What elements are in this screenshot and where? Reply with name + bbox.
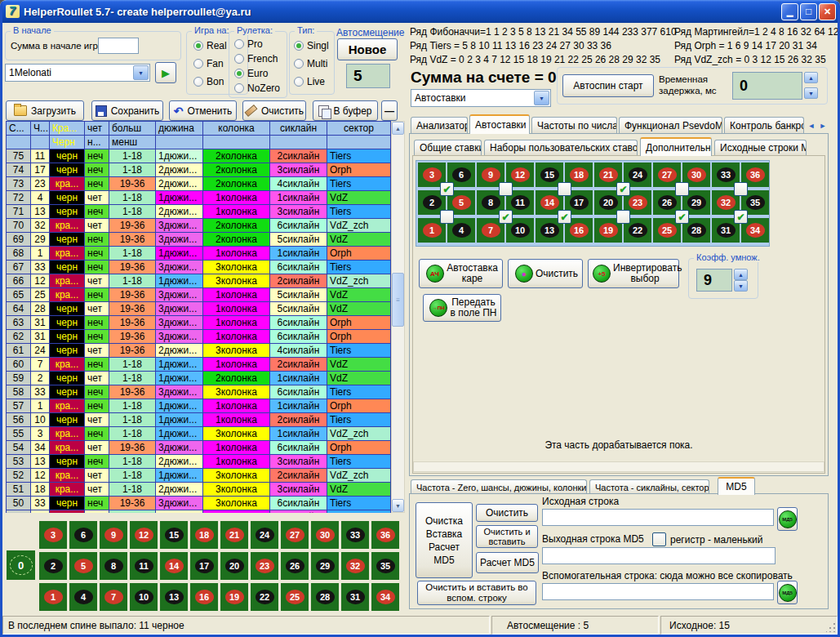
table-cell[interactable]: 68 <box>7 247 31 261</box>
table-cell[interactable]: 3колонка <box>203 497 270 510</box>
to-buffer-button[interactable]: В буфер <box>313 100 378 121</box>
board-cell-26[interactable]: 26 <box>281 552 309 580</box>
table-cell[interactable]: 28 <box>31 302 50 316</box>
table-cell[interactable]: Tiers <box>327 497 391 510</box>
table-cell[interactable]: черн <box>50 163 85 177</box>
table-row[interactable]: 5434кра...чет19-363дюжи...1колонка6сикла… <box>7 441 391 455</box>
autospin-start-button[interactable]: Автоспин старт <box>562 74 654 97</box>
table-row[interactable]: 6929черннеч19-363дюжи...2колонка5сиклайн… <box>7 233 391 247</box>
board-checkbox[interactable] <box>675 210 689 224</box>
table-cell[interactable]: VdZ <box>327 372 391 385</box>
board-cell-30[interactable]: 30 <box>311 521 339 549</box>
board-cell-16[interactable]: 16 <box>190 583 218 611</box>
table-cell[interactable]: 1-18 <box>109 510 156 513</box>
table-cell[interactable]: 6сиклайн <box>270 385 327 399</box>
delay-spin-down-icon[interactable] <box>804 87 818 99</box>
table-cell[interactable]: 24 <box>31 344 50 358</box>
table-cell[interactable]: 3дюжи... <box>156 316 203 330</box>
table-cell[interactable]: 3колонка <box>203 261 270 274</box>
table-row[interactable]: 5610чернчет1-181дюжи...1колонка2сиклайнT… <box>7 413 391 427</box>
table-cell[interactable]: 69 <box>7 233 31 247</box>
table-cell[interactable]: 6сиклайн <box>270 219 327 233</box>
table-cell[interactable]: 12 <box>31 469 50 483</box>
board-cell-32[interactable]: 32 <box>341 552 369 580</box>
table-cell[interactable]: неч <box>85 330 109 344</box>
table-cell[interactable]: 2дюжи... <box>156 177 203 191</box>
table-cell[interactable]: 2колонка <box>203 177 270 191</box>
tabs-scroll-right-icon[interactable] <box>817 119 829 131</box>
table-cell[interactable]: чет <box>85 413 109 427</box>
table-cell[interactable]: Tiers <box>327 344 391 358</box>
table-cell[interactable]: 3дюжи... <box>156 385 203 399</box>
table-scrollbar[interactable] <box>391 121 405 513</box>
table-cell[interactable]: 19-36 <box>109 385 156 399</box>
table-cell[interactable]: 3колонка <box>203 483 270 497</box>
table-cell[interactable]: 6сиклайн <box>270 497 327 510</box>
subtab-additional[interactable]: Дополнительно <box>640 137 712 156</box>
table-cell[interactable]: 70 <box>7 219 31 233</box>
table-cell[interactable]: неч <box>85 177 109 191</box>
table-cell[interactable]: черн <box>50 205 85 219</box>
table-cell[interactable]: 67 <box>7 261 31 274</box>
table-cell[interactable]: 33 <box>31 385 50 399</box>
board-checkbox[interactable] <box>440 182 454 196</box>
radio-french[interactable]: French <box>234 53 278 65</box>
md5-output-input[interactable] <box>542 547 776 564</box>
load-button[interactable]: Загрузить <box>6 100 84 121</box>
table-cell[interactable]: 19-36 <box>109 233 156 247</box>
table-cell[interactable]: 1-18 <box>109 358 156 372</box>
table-cell[interactable]: 3 <box>31 427 50 441</box>
table-cell[interactable]: 16 <box>31 510 50 513</box>
table-cell[interactable]: 1-18 <box>109 149 156 163</box>
table-cell[interactable]: 3дюжи... <box>156 219 203 233</box>
table-cell[interactable]: 11 <box>31 149 50 163</box>
table-cell[interactable]: 2сиклайн <box>270 358 327 372</box>
autobet-kare-button[interactable]: Автоставка каре <box>419 259 503 288</box>
table-cell[interactable]: 2колонка <box>203 163 270 177</box>
table-cell[interactable]: 2сиклайн <box>270 149 327 163</box>
board-cell-33[interactable]: 33 <box>341 521 369 549</box>
table-cell[interactable]: 5сиклайн <box>270 288 327 302</box>
board-cell-23[interactable]: 23 <box>251 552 278 580</box>
table-cell[interactable]: черн <box>50 233 85 247</box>
table-cell[interactable]: VdZ_zch <box>327 427 391 441</box>
table-cell[interactable]: 3сиклайн <box>270 205 327 219</box>
radio-live[interactable]: Live <box>294 76 325 87</box>
start-sum-input[interactable] <box>98 38 139 54</box>
table-cell[interactable]: Orph <box>327 441 391 455</box>
table-cell[interactable]: 59 <box>7 372 31 385</box>
table-row[interactable]: 5033черннеч19-363дюжи...3колонка6сиклайн… <box>7 497 391 510</box>
subpanel-hscrollbar[interactable] <box>413 461 824 472</box>
table-cell[interactable]: кра... <box>50 399 85 413</box>
board-cell-4[interactable]: 4 <box>69 583 97 611</box>
table-row[interactable]: 4916кра...чет1-182дюжи...1колонка3сиклай… <box>7 510 391 513</box>
table-cell[interactable]: 1-18 <box>109 399 156 413</box>
table-cell[interactable]: 3дюжи... <box>156 441 203 455</box>
table-cell[interactable]: 6сиклайн <box>270 316 327 330</box>
table-cell[interactable]: 52 <box>7 469 31 483</box>
board-cell-19[interactable]: 19 <box>220 583 248 611</box>
table-cell[interactable]: 1колонка <box>203 288 270 302</box>
table-cell[interactable]: чет <box>85 191 109 205</box>
table-cell[interactable]: 1-18 <box>109 247 156 261</box>
table-cell[interactable]: 55 <box>7 427 31 441</box>
table-cell[interactable]: 1колонка <box>203 191 270 205</box>
board-cell-29[interactable]: 29 <box>311 552 339 580</box>
clear-selection-button[interactable]: Очистить <box>508 259 583 288</box>
table-cell[interactable]: 19-36 <box>109 302 156 316</box>
board-cell-2[interactable]: 2 <box>39 552 67 580</box>
title-bar[interactable]: HelperRoullet 5.7- create helperroullet@… <box>0 0 840 23</box>
koef-spin-up-icon[interactable] <box>734 269 748 280</box>
table-cell[interactable]: 2 <box>31 372 50 385</box>
table-cell[interactable]: 1колонка <box>203 302 270 316</box>
table-cell[interactable]: 3колонка <box>203 274 270 288</box>
table-row[interactable]: 7032кра...чет19-363дюжи...2колонка6сикла… <box>7 219 391 233</box>
table-cell[interactable]: неч <box>85 399 109 413</box>
table-cell[interactable]: 1колонка <box>203 441 270 455</box>
table-cell[interactable]: 2дюжи... <box>156 344 203 358</box>
table-cell[interactable]: 33 <box>31 261 50 274</box>
table-cell[interactable]: 56 <box>7 413 31 427</box>
table-row[interactable]: 724чернчет1-181дюжи...1колонка1сиклайнVd… <box>7 191 391 205</box>
table-cell[interactable]: 58 <box>7 385 31 399</box>
md5-source-input[interactable] <box>542 509 774 526</box>
